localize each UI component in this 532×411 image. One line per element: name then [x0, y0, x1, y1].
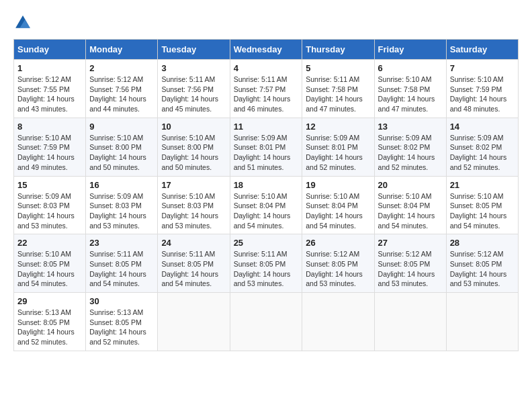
calendar-cell — [302, 293, 374, 351]
day-number: 27 — [378, 238, 443, 248]
day-info: Sunrise: 5:11 AMSunset: 8:05 PMDaylight:… — [161, 249, 226, 289]
day-info: Sunrise: 5:12 AMSunset: 7:56 PMDaylight:… — [89, 75, 154, 114]
day-number: 10 — [161, 122, 226, 132]
day-number: 24 — [161, 238, 226, 248]
day-number: 13 — [378, 122, 443, 132]
calendar-cell: 25Sunrise: 5:11 AMSunset: 8:05 PMDayligh… — [230, 234, 302, 293]
calendar-cell: 17Sunrise: 5:10 AMSunset: 8:03 PMDayligh… — [158, 176, 230, 234]
day-number: 3 — [161, 63, 226, 73]
calendar-cell: 1Sunrise: 5:12 AMSunset: 7:55 PMDaylight… — [14, 60, 86, 118]
day-info: Sunrise: 5:12 AMSunset: 8:05 PMDaylight:… — [450, 249, 515, 289]
day-info: Sunrise: 5:09 AMSunset: 8:03 PMDaylight:… — [89, 191, 154, 231]
day-info: Sunrise: 5:12 AMSunset: 8:05 PMDaylight:… — [378, 249, 443, 289]
calendar-cell — [158, 293, 230, 351]
calendar-header-row: SundayMondayTuesdayWednesdayThursdayFrid… — [14, 40, 519, 60]
day-info: Sunrise: 5:09 AMSunset: 8:03 PMDaylight:… — [17, 191, 82, 231]
calendar-cell: 6Sunrise: 5:10 AMSunset: 7:58 PMDaylight… — [374, 60, 446, 118]
day-info: Sunrise: 5:10 AMSunset: 8:03 PMDaylight:… — [161, 191, 226, 231]
day-info: Sunrise: 5:09 AMSunset: 8:01 PMDaylight:… — [234, 133, 299, 173]
day-info: Sunrise: 5:10 AMSunset: 8:00 PMDaylight:… — [89, 133, 154, 173]
calendar-cell: 14Sunrise: 5:09 AMSunset: 8:02 PMDayligh… — [446, 118, 518, 176]
day-number: 23 — [89, 238, 154, 248]
day-info: Sunrise: 5:09 AMSunset: 8:02 PMDaylight:… — [450, 133, 515, 173]
day-info: Sunrise: 5:11 AMSunset: 8:05 PMDaylight:… — [234, 249, 299, 289]
day-info: Sunrise: 5:11 AMSunset: 7:58 PMDaylight:… — [306, 75, 370, 114]
calendar-cell: 23Sunrise: 5:11 AMSunset: 8:05 PMDayligh… — [86, 234, 158, 293]
day-number: 7 — [450, 63, 515, 73]
calendar-cell: 19Sunrise: 5:10 AMSunset: 8:04 PMDayligh… — [302, 176, 374, 234]
calendar-cell: 20Sunrise: 5:10 AMSunset: 8:04 PMDayligh… — [374, 176, 446, 234]
calendar-cell: 30Sunrise: 5:13 AMSunset: 8:05 PMDayligh… — [86, 293, 158, 351]
day-number: 16 — [89, 180, 154, 190]
day-number: 6 — [378, 63, 443, 73]
day-number: 8 — [17, 122, 82, 132]
calendar-cell: 24Sunrise: 5:11 AMSunset: 8:05 PMDayligh… — [158, 234, 230, 293]
day-number: 1 — [17, 63, 82, 73]
calendar-cell: 18Sunrise: 5:10 AMSunset: 8:04 PMDayligh… — [230, 176, 302, 234]
col-header-saturday: Saturday — [446, 40, 518, 60]
day-number: 15 — [17, 180, 82, 190]
day-info: Sunrise: 5:10 AMSunset: 7:58 PMDaylight:… — [378, 75, 443, 114]
calendar-cell — [230, 293, 302, 351]
calendar-cell: 28Sunrise: 5:12 AMSunset: 8:05 PMDayligh… — [446, 234, 518, 293]
calendar-cell: 5Sunrise: 5:11 AMSunset: 7:58 PMDaylight… — [302, 60, 374, 118]
day-info: Sunrise: 5:13 AMSunset: 8:05 PMDaylight:… — [17, 308, 82, 347]
day-number: 21 — [450, 180, 515, 190]
day-info: Sunrise: 5:11 AMSunset: 8:05 PMDaylight:… — [89, 249, 154, 289]
day-number: 4 — [234, 63, 299, 73]
calendar-week-row: 1Sunrise: 5:12 AMSunset: 7:55 PMDaylight… — [14, 60, 519, 118]
day-info: Sunrise: 5:12 AMSunset: 7:55 PMDaylight:… — [17, 75, 82, 114]
day-number: 5 — [306, 63, 370, 73]
day-number: 18 — [234, 180, 299, 190]
day-info: Sunrise: 5:10 AMSunset: 8:00 PMDaylight:… — [161, 133, 226, 173]
calendar-cell: 26Sunrise: 5:12 AMSunset: 8:05 PMDayligh… — [302, 234, 374, 293]
calendar-cell: 15Sunrise: 5:09 AMSunset: 8:03 PMDayligh… — [14, 176, 86, 234]
col-header-wednesday: Wednesday — [230, 40, 302, 60]
page-header — [13, 13, 519, 32]
day-info: Sunrise: 5:09 AMSunset: 8:01 PMDaylight:… — [306, 133, 370, 173]
calendar-cell: 2Sunrise: 5:12 AMSunset: 7:56 PMDaylight… — [86, 60, 158, 118]
day-info: Sunrise: 5:11 AMSunset: 7:56 PMDaylight:… — [161, 75, 226, 114]
day-info: Sunrise: 5:10 AMSunset: 8:05 PMDaylight:… — [450, 191, 515, 231]
calendar-table: SundayMondayTuesdayWednesdayThursdayFrid… — [13, 39, 519, 351]
col-header-monday: Monday — [86, 40, 158, 60]
day-info: Sunrise: 5:10 AMSunset: 8:04 PMDaylight:… — [234, 191, 299, 231]
calendar-cell: 29Sunrise: 5:13 AMSunset: 8:05 PMDayligh… — [14, 293, 86, 351]
calendar-cell: 22Sunrise: 5:10 AMSunset: 8:05 PMDayligh… — [14, 234, 86, 293]
calendar-cell: 21Sunrise: 5:10 AMSunset: 8:05 PMDayligh… — [446, 176, 518, 234]
calendar-cell: 12Sunrise: 5:09 AMSunset: 8:01 PMDayligh… — [302, 118, 374, 176]
calendar-cell — [446, 293, 518, 351]
day-number: 20 — [378, 180, 443, 190]
day-info: Sunrise: 5:10 AMSunset: 7:59 PMDaylight:… — [450, 75, 515, 114]
calendar-cell: 13Sunrise: 5:09 AMSunset: 8:02 PMDayligh… — [374, 118, 446, 176]
logo — [13, 13, 35, 32]
day-number: 12 — [306, 122, 370, 132]
day-info: Sunrise: 5:09 AMSunset: 8:02 PMDaylight:… — [378, 133, 443, 173]
col-header-sunday: Sunday — [14, 40, 86, 60]
calendar-cell: 11Sunrise: 5:09 AMSunset: 8:01 PMDayligh… — [230, 118, 302, 176]
day-info: Sunrise: 5:10 AMSunset: 8:04 PMDaylight:… — [378, 191, 443, 231]
calendar-cell: 4Sunrise: 5:11 AMSunset: 7:57 PMDaylight… — [230, 60, 302, 118]
day-number: 29 — [17, 296, 82, 306]
day-info: Sunrise: 5:11 AMSunset: 7:57 PMDaylight:… — [234, 75, 299, 114]
calendar-cell: 7Sunrise: 5:10 AMSunset: 7:59 PMDaylight… — [446, 60, 518, 118]
calendar-week-row: 22Sunrise: 5:10 AMSunset: 8:05 PMDayligh… — [14, 234, 519, 293]
day-number: 17 — [161, 180, 226, 190]
calendar-cell: 27Sunrise: 5:12 AMSunset: 8:05 PMDayligh… — [374, 234, 446, 293]
calendar-cell: 10Sunrise: 5:10 AMSunset: 8:00 PMDayligh… — [158, 118, 230, 176]
calendar-cell: 9Sunrise: 5:10 AMSunset: 8:00 PMDaylight… — [86, 118, 158, 176]
day-number: 9 — [89, 122, 154, 132]
logo-icon — [13, 13, 32, 32]
day-info: Sunrise: 5:10 AMSunset: 8:05 PMDaylight:… — [17, 249, 82, 289]
day-number: 11 — [234, 122, 299, 132]
day-info: Sunrise: 5:13 AMSunset: 8:05 PMDaylight:… — [89, 308, 154, 347]
col-header-thursday: Thursday — [302, 40, 374, 60]
day-number: 22 — [17, 238, 82, 248]
calendar-cell: 16Sunrise: 5:09 AMSunset: 8:03 PMDayligh… — [86, 176, 158, 234]
calendar-week-row: 15Sunrise: 5:09 AMSunset: 8:03 PMDayligh… — [14, 176, 519, 234]
day-number: 28 — [450, 238, 515, 248]
calendar-week-row: 29Sunrise: 5:13 AMSunset: 8:05 PMDayligh… — [14, 293, 519, 351]
calendar-cell — [374, 293, 446, 351]
calendar-week-row: 8Sunrise: 5:10 AMSunset: 7:59 PMDaylight… — [14, 118, 519, 176]
day-number: 14 — [450, 122, 515, 132]
